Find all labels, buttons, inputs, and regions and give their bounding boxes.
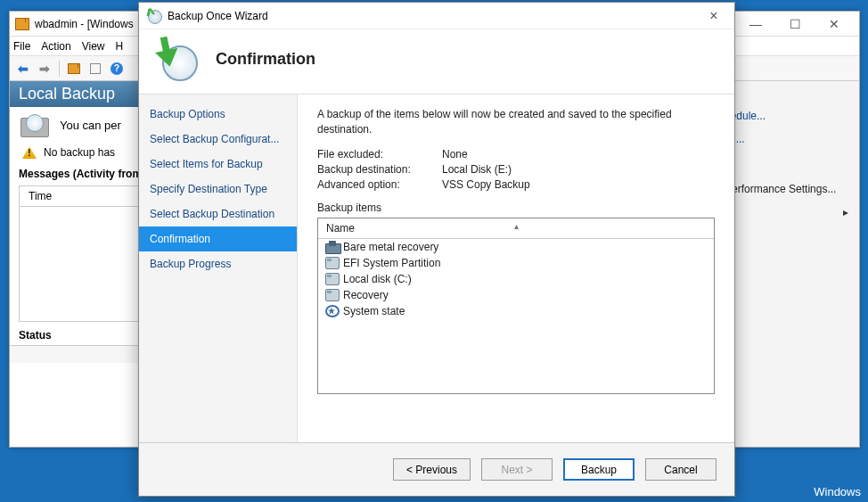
col-name[interactable]: Name xyxy=(318,218,363,238)
wizard-title-icon xyxy=(146,8,162,24)
wizard-description: A backup of the items below will now be … xyxy=(317,107,715,137)
wizard-titlebar: Backup Once Wizard × xyxy=(139,3,734,29)
sort-indicator-icon: ▴ xyxy=(514,221,519,231)
action-more[interactable]: ▸ xyxy=(717,201,859,211)
wizard-step[interactable]: Backup Progress xyxy=(139,251,297,276)
backup-items-header[interactable]: Name ▴ xyxy=(318,218,714,239)
menu-view[interactable]: View xyxy=(82,40,105,53)
toolbar-icon-2[interactable] xyxy=(86,59,105,78)
previous-button[interactable]: < Previous xyxy=(393,458,471,481)
backup-item-row[interactable]: Local disk (C:) xyxy=(318,271,714,287)
action-once[interactable]: ce... xyxy=(717,128,859,151)
sys-icon xyxy=(325,305,340,317)
menu-action[interactable]: Action xyxy=(41,40,70,53)
wbadmin-icon xyxy=(15,18,29,30)
file-excluded-value: None xyxy=(442,148,468,160)
drive-icon xyxy=(325,289,340,301)
wizard-step[interactable]: Backup Options xyxy=(139,102,297,127)
forward-button[interactable]: ➡ xyxy=(35,59,54,78)
back-button[interactable]: ⬅ xyxy=(13,59,33,78)
actions-pane: hedule... ce... Performance Settings... … xyxy=(717,81,859,447)
advanced-label: Advanced option: xyxy=(317,178,442,191)
backup-item-label: Local disk (C:) xyxy=(343,273,412,285)
backup-items-list[interactable]: Name ▴ Bare metal recoveryEFI System Par… xyxy=(317,218,715,394)
backup-cd-icon xyxy=(19,112,51,137)
separator xyxy=(59,61,60,77)
backup-item-label: System state xyxy=(343,305,405,317)
backup-button[interactable]: Backup xyxy=(563,458,635,481)
backup-item-row[interactable]: System state xyxy=(318,303,714,319)
next-button: Next > xyxy=(481,458,553,481)
local-backup-intro: You can per xyxy=(60,119,121,132)
wizard-step-list: Backup OptionsSelect Backup Configurat..… xyxy=(139,95,298,442)
destination-value: Local Disk (E:) xyxy=(442,163,512,176)
wizard-header: Confirmation xyxy=(139,29,734,95)
backup-item-label: Bare metal recovery xyxy=(343,241,438,253)
destination-label: Backup destination: xyxy=(317,163,442,176)
menu-help[interactable]: H xyxy=(116,40,124,53)
wizard-step[interactable]: Specify Destination Type xyxy=(139,177,297,202)
wizard-content: A backup of the items below will now be … xyxy=(298,95,734,442)
maximize-button[interactable]: ☐ xyxy=(775,15,815,33)
no-backup-warning: No backup has xyxy=(44,146,115,159)
bmr-icon xyxy=(325,241,340,253)
wizard-step[interactable]: Select Backup Destination xyxy=(139,202,297,226)
backup-once-wizard: Backup Once Wizard × Confirmation Backup… xyxy=(138,2,735,497)
file-excluded-label: File excluded: xyxy=(317,148,442,160)
minimize-button[interactable]: — xyxy=(736,15,775,33)
backup-item-row[interactable]: EFI System Partition xyxy=(318,255,714,271)
backup-item-label: EFI System Partition xyxy=(343,257,440,269)
wizard-dialog-title: Backup Once Wizard xyxy=(168,10,268,22)
wizard-step[interactable]: Confirmation xyxy=(139,226,297,251)
backup-items-label: Backup items xyxy=(317,202,715,214)
wizard-footer: < Previous Next > Backup Cancel xyxy=(139,442,734,496)
warning-icon xyxy=(22,146,37,159)
advanced-value: VSS Copy Backup xyxy=(442,178,530,191)
drive-icon xyxy=(325,273,340,285)
wbadmin-title: wbadmin - [Windows xyxy=(35,18,134,30)
backup-item-row[interactable]: Recovery xyxy=(318,287,714,303)
wizard-close-button[interactable]: × xyxy=(700,8,727,24)
backup-item-row[interactable]: Bare metal recovery xyxy=(318,239,714,255)
wizard-step[interactable]: Select Backup Configurat... xyxy=(139,127,297,152)
wizard-page-title: Confirmation xyxy=(216,50,315,69)
menu-file[interactable]: File xyxy=(13,40,30,53)
toolbar-icon-1[interactable] xyxy=(64,59,84,78)
wizard-header-icon xyxy=(155,37,200,81)
drive-icon xyxy=(325,257,340,269)
toolbar-help-icon[interactable]: ? xyxy=(107,59,127,78)
close-button[interactable]: ✕ xyxy=(815,15,854,33)
windows-watermark: Windows xyxy=(807,481,868,502)
action-performance[interactable]: Performance Settings... xyxy=(717,177,859,201)
wizard-step[interactable]: Select Items for Backup xyxy=(139,152,297,177)
backup-item-label: Recovery xyxy=(343,289,389,301)
cancel-button[interactable]: Cancel xyxy=(645,458,717,481)
action-schedule[interactable]: hedule... xyxy=(717,104,859,128)
